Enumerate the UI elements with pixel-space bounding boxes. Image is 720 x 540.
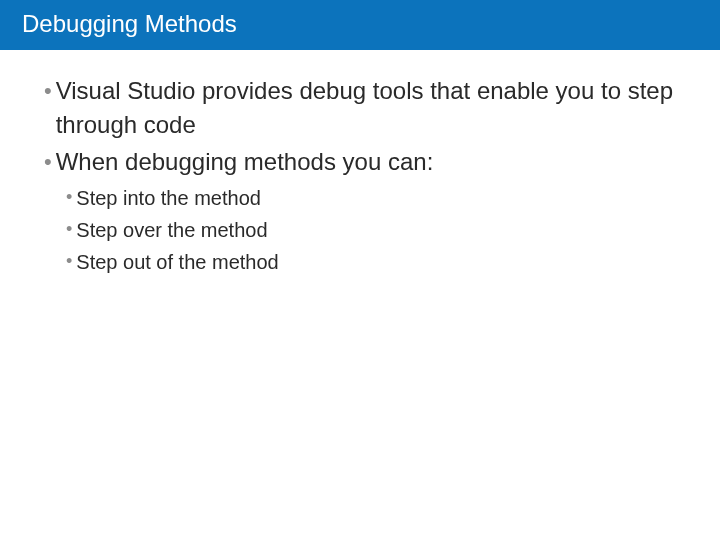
bullet-level2: • Step over the method <box>66 215 676 245</box>
bullet-text: Step over the method <box>76 215 676 245</box>
bullet-level1: • Visual Studio provides debug tools tha… <box>44 74 676 141</box>
bullet-text: Visual Studio provides debug tools that … <box>56 74 676 141</box>
bullet-dot-icon: • <box>66 215 72 244</box>
bullet-text: When debugging methods you can: <box>56 145 676 179</box>
bullet-dot-icon: • <box>66 247 72 276</box>
bullet-dot-icon: • <box>44 74 52 107</box>
bullet-text: Step out of the method <box>76 247 676 277</box>
bullet-level2: • Step into the method <box>66 183 676 213</box>
bullet-text: Step into the method <box>76 183 676 213</box>
bullet-dot-icon: • <box>44 145 52 178</box>
slide-content: • Visual Studio provides debug tools tha… <box>0 50 720 277</box>
slide-title: Debugging Methods <box>22 10 237 37</box>
slide-title-bar: Debugging Methods <box>0 0 720 50</box>
bullet-level1: • When debugging methods you can: <box>44 145 676 179</box>
bullet-level2: • Step out of the method <box>66 247 676 277</box>
bullet-dot-icon: • <box>66 183 72 212</box>
